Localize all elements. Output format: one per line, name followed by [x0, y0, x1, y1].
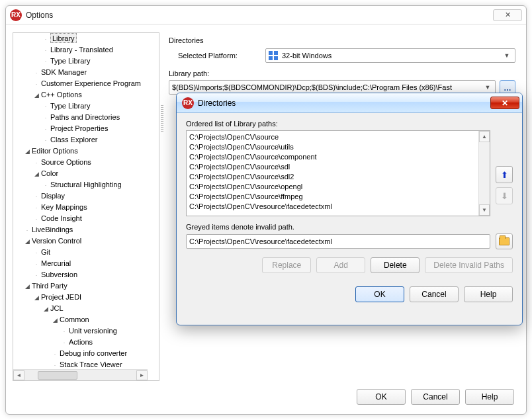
list-item[interactable]: C:\Projects\OpenCV\resource\facedetectxm…	[189, 202, 476, 212]
tree-item-label: Project JEDI	[41, 293, 81, 301]
platform-value: 32-bit Windows	[282, 52, 502, 60]
tree-item[interactable]: ·Type Library	[13, 101, 159, 112]
tree-leaf-icon: ·	[42, 124, 49, 135]
tree-leaf-icon: ·	[42, 180, 49, 191]
tree-item[interactable]: ·SDK Manager	[13, 67, 159, 78]
tree-item[interactable]: ·Debug info converter	[13, 348, 159, 359]
delete-button[interactable]: Delete	[371, 257, 420, 273]
listbox-vertical-scrollbar[interactable]: ▲ ▼	[478, 131, 490, 216]
tree-leaf-icon: ·	[52, 360, 58, 369]
close-button[interactable]: ✕	[493, 9, 522, 21]
replace-button[interactable]: Replace	[262, 257, 311, 273]
app-icon: RX	[10, 9, 22, 21]
tree-leaf-icon: ·	[33, 270, 40, 281]
tree-item-label: Customer Experience Program	[41, 79, 141, 87]
tree-item[interactable]: ◢Common	[13, 314, 159, 325]
tree-item[interactable]: ·Customer Experience Program	[13, 78, 159, 89]
tree-item-label: LiveBindings	[32, 226, 73, 233]
tree-item[interactable]: ·Type Library	[13, 56, 159, 67]
options-tree[interactable]: ·Library·Library - Translated·Type Libra…	[13, 32, 159, 381]
titlebar[interactable]: RX Options ✕	[6, 6, 526, 24]
tree-item[interactable]: ·Actions	[13, 337, 159, 348]
tree-item[interactable]: ·Library	[13, 33, 159, 44]
tree-horizontal-scrollbar[interactable]: ◄ ►	[13, 369, 148, 380]
tree-item-label: Unit versioning	[69, 327, 117, 335]
scroll-right-button[interactable]: ►	[136, 370, 148, 380]
splitter[interactable]	[159, 32, 165, 381]
dialog-close-button[interactable]: ✕	[490, 97, 519, 109]
tree-item-label: Structural Highlighting	[50, 181, 122, 189]
tree-item[interactable]: ◢C++ Options	[13, 89, 159, 101]
tree-collapse-icon: ◢	[33, 90, 40, 101]
list-item[interactable]: C:\Projects\OpenCV\source\sdl	[189, 162, 476, 172]
tree-item[interactable]: ·Key Mappings	[13, 202, 159, 213]
tree-collapse-icon: ◢	[33, 169, 40, 180]
platform-select[interactable]: 32-bit Windows ▼	[265, 48, 515, 63]
paths-listbox[interactable]: C:\Projects\OpenCV\sourceC:\Projects\Ope…	[186, 130, 490, 216]
tree-collapse-icon: ◢	[24, 281, 30, 292]
tree-item[interactable]: ·Class Explorer	[13, 134, 159, 146]
tree-leaf-icon: ·	[33, 157, 40, 169]
tree-collapse-icon: ◢	[24, 236, 30, 247]
cancel-button[interactable]: Cancel	[411, 389, 460, 405]
tree-leaf-icon: ·	[42, 56, 49, 67]
tree-item-label: Type Library	[50, 102, 91, 110]
tree-item-label: Paths and Directories	[50, 113, 120, 121]
tree-leaf-icon: ·	[42, 112, 49, 124]
delete-invalid-paths-button[interactable]: Delete Invalid Paths	[425, 257, 513, 273]
list-item[interactable]: C:\Projects\OpenCV\source\utils	[189, 142, 476, 152]
tree-item[interactable]: ·Code Insight	[13, 213, 159, 224]
library-path-value: $(BDS)\Imports;$(BDSCOMMONDIR)\Dcp;$(BDS…	[172, 83, 483, 91]
tree-leaf-icon: ·	[33, 191, 40, 202]
path-edit-input[interactable]: C:\Projects\OpenCV\resource\facedetectxm…	[186, 234, 490, 249]
dialog-ok-button[interactable]: OK	[355, 286, 404, 302]
tree-item-label: Mercurial	[41, 259, 71, 267]
tree-item[interactable]: ·LiveBindings	[13, 224, 159, 235]
tree-item[interactable]: ·Paths and Directories	[13, 112, 159, 123]
dialog-cancel-button[interactable]: Cancel	[410, 286, 459, 302]
list-item[interactable]: C:\Projects\OpenCV\source	[189, 132, 476, 142]
tree-item[interactable]: ◢Color	[13, 168, 159, 179]
scroll-up-button[interactable]: ▲	[479, 131, 490, 142]
tree-item[interactable]: ·Unit versioning	[13, 325, 159, 337]
scroll-left-button[interactable]: ◄	[13, 370, 24, 380]
list-item[interactable]: C:\Projects\OpenCV\source\component	[189, 152, 476, 162]
platform-label: Selected Platform:	[178, 52, 265, 60]
library-path-label: Library path:	[169, 69, 515, 77]
tree-item-label: Key Mappings	[41, 203, 87, 211]
tree-item[interactable]: ◢JCL	[13, 303, 159, 314]
directories-dialog: RX Directories ✕ Ordered list of Library…	[176, 93, 523, 325]
tree-item-label: Library - Translated	[50, 46, 113, 54]
list-item[interactable]: C:\Projects\OpenCV\source\opengl	[189, 182, 476, 192]
add-button[interactable]: Add	[316, 257, 365, 273]
dialog-help-button[interactable]: Help	[464, 286, 513, 302]
browse-folder-button[interactable]	[496, 233, 513, 249]
move-up-button[interactable]: ⬆	[496, 166, 513, 183]
tree-item[interactable]: ·Mercurial	[13, 258, 159, 269]
ok-button[interactable]: OK	[357, 389, 406, 405]
window-title: Options	[26, 11, 53, 20]
list-item[interactable]: C:\Projects\OpenCV\source\sdl2	[189, 172, 476, 182]
tree-item[interactable]: ·Project Properties	[13, 123, 159, 134]
scroll-down-button[interactable]: ▼	[479, 204, 490, 216]
tree-collapse-icon: ◢	[33, 292, 40, 304]
tree-item[interactable]: ·Stack Trace Viewer	[13, 359, 159, 369]
tree-item[interactable]: ◢Third Party	[13, 280, 159, 292]
tree-item[interactable]: ·Subversion	[13, 269, 159, 280]
tree-item[interactable]: ·Source Options	[13, 157, 159, 168]
tree-item[interactable]: ·Library - Translated	[13, 44, 159, 56]
help-button[interactable]: Help	[465, 389, 514, 405]
dialog-titlebar[interactable]: RX Directories ✕	[177, 93, 522, 113]
tree-item[interactable]: ·Git	[13, 247, 159, 258]
move-down-button[interactable]: ⬇	[496, 187, 513, 204]
tree-item[interactable]: ◢Version Control	[13, 235, 159, 247]
list-item[interactable]: C:\Projects\OpenCV\source\ffmpeg	[189, 192, 476, 202]
tree-item[interactable]: ·Display	[13, 190, 159, 202]
tree-item-label: Debug info converter	[60, 349, 127, 357]
tree-item[interactable]: ·Structural Highlighting	[13, 179, 159, 190]
list-label: Ordered list of Library paths:	[186, 120, 513, 128]
tree-item-label: Actions	[69, 338, 93, 346]
scroll-thumb[interactable]	[38, 371, 77, 380]
tree-item[interactable]: ◢Project JEDI	[13, 292, 159, 303]
tree-item[interactable]: ◢Editor Options	[13, 146, 159, 157]
